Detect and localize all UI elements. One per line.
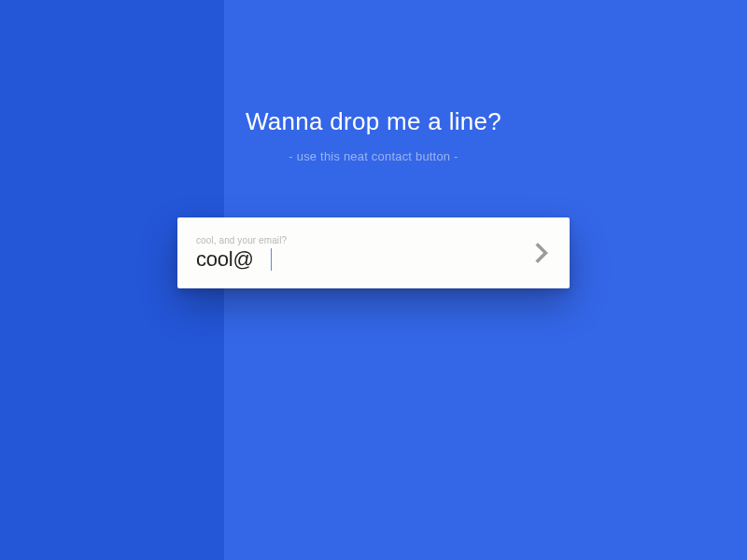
- page-subtitle: - use this neat contact button -: [289, 149, 458, 163]
- email-label: cool, and your email?: [196, 235, 523, 245]
- email-field[interactable]: cool@: [196, 247, 271, 272]
- contact-card: cool, and your email? cool@: [177, 217, 570, 288]
- email-input-row[interactable]: cool@: [196, 247, 523, 272]
- chevron-right-icon: [528, 243, 549, 264]
- page-title: Wanna drop me a line?: [246, 107, 501, 136]
- submit-button[interactable]: [523, 238, 553, 268]
- email-input-wrapper: cool, and your email? cool@: [196, 235, 523, 272]
- text-cursor: [271, 248, 272, 271]
- content-container: Wanna drop me a line? - use this neat co…: [0, 0, 747, 560]
